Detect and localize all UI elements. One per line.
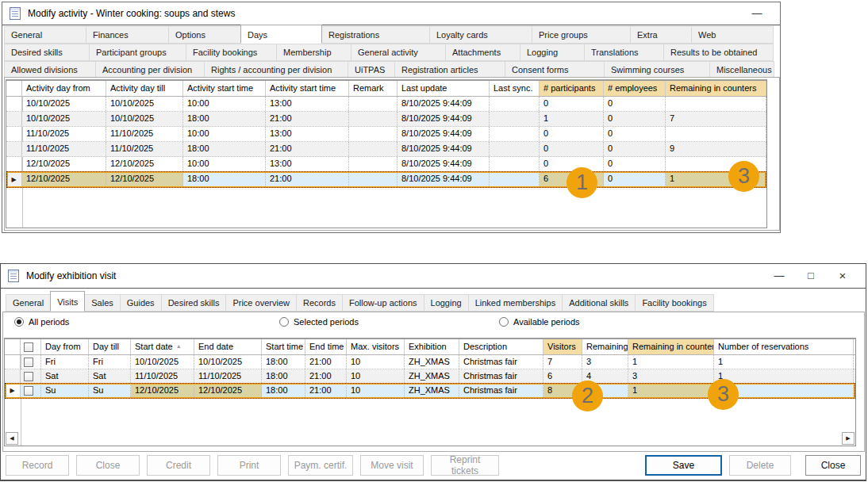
delete-button[interactable]: Delete xyxy=(729,455,791,476)
tab-membership[interactable]: Membership xyxy=(276,44,351,61)
row-selector-cell[interactable] xyxy=(6,127,22,141)
close-icon[interactable]: × xyxy=(827,266,858,286)
checkbox-icon[interactable] xyxy=(24,372,33,381)
tab-loyalty-cards[interactable]: Loyalty cards xyxy=(429,26,532,44)
minimize-icon[interactable]: — xyxy=(763,266,795,286)
tab-price-groups[interactable]: Price groups xyxy=(532,26,631,44)
tab-registrations[interactable]: Registrations xyxy=(321,26,430,44)
tab-swimming-courses[interactable]: Swimming courses xyxy=(604,61,710,78)
column-header-activity-day-from[interactable]: Activity day from xyxy=(22,81,106,96)
tab-results-to-be-obtained[interactable]: Results to be obtained xyxy=(663,44,774,61)
row-selector-cell[interactable] xyxy=(6,112,22,126)
minimize-icon[interactable]: — xyxy=(741,3,773,24)
tab-general-activity[interactable]: General activity xyxy=(351,44,446,61)
row-selector-cell[interactable]: ▶ xyxy=(5,384,21,397)
maximize-icon[interactable]: □ xyxy=(795,266,827,286)
tab-finances[interactable]: Finances xyxy=(86,26,169,44)
table-row[interactable]: 12/10/202512/10/202510:0013:008/10/2025 … xyxy=(6,157,766,172)
scroll-right-icon[interactable]: ▶ xyxy=(842,432,855,445)
tab-facility-bookings[interactable]: Facility bookings xyxy=(635,294,713,312)
tab-web[interactable]: Web xyxy=(691,26,774,44)
paym-certif-button[interactable]: Paym. certif. xyxy=(288,455,353,476)
tab-desired-skills[interactable]: Desired skills xyxy=(161,294,227,312)
table-row[interactable]: 10/10/202510/10/202510:0013:008/10/2025 … xyxy=(6,97,766,112)
tab-follow-up-actions[interactable]: Follow-up actions xyxy=(342,294,424,312)
tab-registration-articles[interactable]: Registration articles xyxy=(394,61,505,78)
table-row[interactable]: 10/10/202510/10/202518:0021:008/10/2025 … xyxy=(6,112,766,127)
column-header-employees[interactable]: # employees xyxy=(604,81,666,96)
column-header-remaining-in-counters[interactable]: Remaining in counters xyxy=(628,339,714,354)
tab-extra[interactable]: Extra xyxy=(630,26,692,44)
row-selector-cell[interactable] xyxy=(6,97,22,111)
tab-translations[interactable]: Translations xyxy=(584,44,664,61)
column-header-end-date[interactable]: End date xyxy=(194,339,262,354)
tab-uitpas[interactable]: UiTPAS xyxy=(348,61,395,78)
tab-logging[interactable]: Logging xyxy=(424,294,469,312)
table-row[interactable]: 11/10/202511/10/202510:0013:008/10/2025 … xyxy=(6,127,766,142)
row-checkbox-cell[interactable] xyxy=(21,369,41,383)
scroll-left-icon[interactable]: ◀ xyxy=(6,432,18,445)
row-selector-cell[interactable] xyxy=(5,355,21,369)
checkbox-icon[interactable] xyxy=(24,386,33,396)
visit-titlebar[interactable]: Modify exhibition visit — □ × xyxy=(1,264,866,289)
column-header-activity-day-till[interactable]: Activity day till xyxy=(106,81,183,96)
row-checkbox-cell[interactable] xyxy=(21,384,41,397)
column-header-remaining-in-counters[interactable]: Remaining in counters xyxy=(666,81,766,96)
tab-general[interactable]: General xyxy=(6,294,51,312)
radio-button-icon[interactable] xyxy=(279,317,289,327)
tab-consent-forms[interactable]: Consent forms xyxy=(505,61,605,78)
column-header-end-time[interactable]: End time xyxy=(305,339,347,354)
tab-accounting-per-division[interactable]: Accounting per division xyxy=(95,61,205,78)
radio-all-periods[interactable]: All periods xyxy=(14,317,69,327)
tab-records[interactable]: Records xyxy=(296,294,343,312)
column-header-activity-start-time[interactable]: Activity start time xyxy=(183,81,266,96)
save-button[interactable]: Save xyxy=(645,455,722,476)
tab-attachments[interactable]: Attachments xyxy=(445,44,520,61)
move-visit-button[interactable]: Move visit xyxy=(360,455,424,476)
column-header-number-of-reservations[interactable]: Number of reservations xyxy=(714,339,854,354)
activity-titlebar[interactable]: Modify activity - Winter cooking: soups … xyxy=(2,2,780,25)
tab-participant-groups[interactable]: Participant groups xyxy=(89,44,186,61)
column-header-activity-start-time[interactable]: Activity start time xyxy=(266,81,349,96)
column-header-day-from[interactable]: Day from xyxy=(41,339,89,354)
tab-logging[interactable]: Logging xyxy=(520,44,585,61)
column-header-start-date[interactable]: Start date▲ xyxy=(131,339,194,354)
tab-options[interactable]: Options xyxy=(168,26,241,44)
tab-linked-memberships[interactable]: Linked memberships xyxy=(468,294,563,312)
record-button[interactable]: Record xyxy=(6,455,69,476)
radio-selected-periods[interactable]: Selected periods xyxy=(279,317,359,327)
column-header-description[interactable]: Description xyxy=(459,339,543,354)
column-header-max-visitors[interactable]: Max. visitors xyxy=(347,339,405,354)
table-row[interactable]: 11/10/202511/10/202518:0021:008/10/2025 … xyxy=(6,142,766,157)
column-header-participants[interactable]: # participants xyxy=(540,81,604,96)
table-row[interactable]: ▶12/10/202512/10/202518:0021:008/10/2025… xyxy=(6,172,766,187)
tab-price-overview[interactable]: Price overview xyxy=(225,294,297,312)
tab-miscellaneous[interactable]: Miscellaneous xyxy=(709,61,774,78)
column-header-exhibition[interactable]: Exhibition xyxy=(405,339,459,354)
tab-sales[interactable]: Sales xyxy=(84,294,121,312)
row-selector-cell[interactable] xyxy=(5,369,21,383)
column-header-remaining[interactable]: Remaining xyxy=(582,339,628,354)
print-button[interactable]: Print xyxy=(217,455,281,476)
tab-general[interactable]: General xyxy=(4,26,86,44)
tab-allowed-divisions[interactable]: Allowed divisions xyxy=(4,61,96,78)
tab-facility-bookings[interactable]: Facility bookings xyxy=(186,44,277,61)
tab-days[interactable]: Days xyxy=(240,25,322,44)
tab-visits[interactable]: Visits xyxy=(50,291,85,312)
checkbox-icon[interactable] xyxy=(24,342,33,352)
column-header-day-till[interactable]: Day till xyxy=(89,339,131,354)
row-checkbox-cell[interactable] xyxy=(21,355,41,369)
row-selector-cell[interactable] xyxy=(6,157,22,171)
radio-button-icon[interactable] xyxy=(499,317,509,327)
close-button[interactable]: Close xyxy=(805,455,861,476)
row-selector-cell[interactable]: ▶ xyxy=(6,172,22,186)
column-header-start-time[interactable]: Start time xyxy=(262,339,305,354)
row-selector-cell[interactable] xyxy=(6,142,22,156)
column-header-last-sync[interactable]: Last sync. xyxy=(490,81,540,96)
column-header-last-update[interactable]: Last update xyxy=(398,81,490,96)
tab-additional-skills[interactable]: Additional skills xyxy=(562,294,636,312)
select-all-checkbox-cell[interactable] xyxy=(21,339,41,354)
tab-rights-accounting-per-division[interactable]: Rights / accounting per division xyxy=(204,61,348,78)
checkbox-icon[interactable] xyxy=(24,358,33,367)
credit-button[interactable]: Credit xyxy=(147,455,210,476)
